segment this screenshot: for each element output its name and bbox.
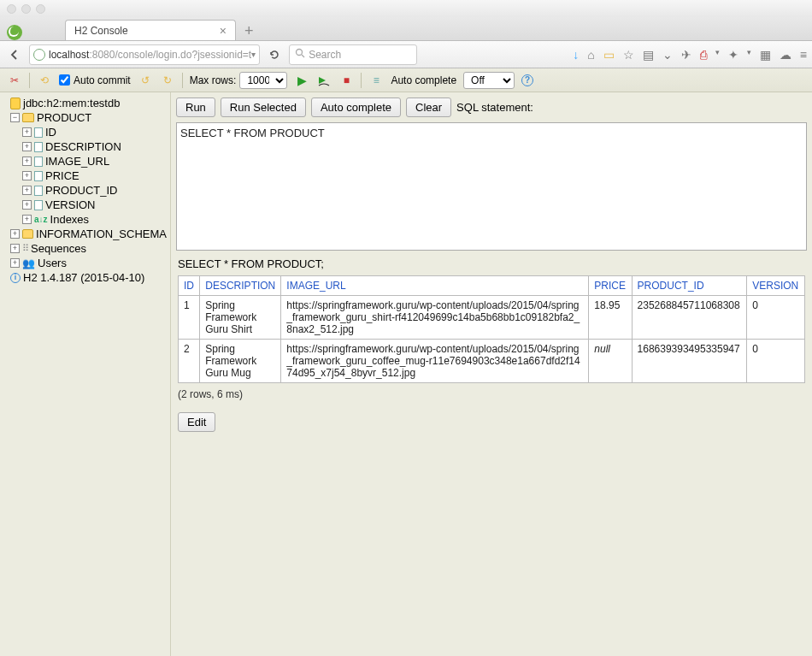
folder-icon[interactable]: ▭	[603, 48, 615, 62]
table-row: 2 Spring Framework Guru Mug https://spri…	[179, 340, 805, 383]
cell-price: null	[589, 340, 632, 383]
bookmark-icon[interactable]: ☆	[623, 48, 634, 62]
traffic-light-max[interactable]	[36, 4, 45, 14]
results-table: ID DESCRIPTION IMAGE_URL PRICE PRODUCT_I…	[178, 275, 805, 383]
column-label: ID	[45, 126, 56, 139]
users-icon: 👥	[22, 257, 35, 269]
disconnect-icon[interactable]: ✂	[7, 73, 22, 88]
downloads-icon[interactable]: ↓	[573, 48, 579, 62]
db-node[interactable]: jdbc:h2:mem:testdb	[3, 96, 167, 110]
run-button[interactable]: Run	[176, 98, 215, 117]
wand-icon[interactable]: ✦	[728, 48, 738, 62]
sql-statement-label: SQL statement:	[456, 101, 533, 114]
expand-icon[interactable]: +	[22, 200, 32, 210]
expand-icon[interactable]: +	[22, 186, 32, 195]
run-selected-icon[interactable]	[316, 73, 332, 88]
maxrows-select[interactable]: 1000	[239, 72, 287, 89]
indexes-node[interactable]: +a↓zIndexes	[3, 212, 167, 227]
expand-icon[interactable]: +	[22, 142, 32, 151]
column-label: DESCRIPTION	[45, 140, 121, 153]
autocomplete-select[interactable]: Off	[463, 72, 515, 89]
help-icon[interactable]: ?	[521, 74, 533, 86]
caret-icon[interactable]: ▾	[715, 48, 720, 62]
db-label: jdbc:h2:mem:testdb	[23, 97, 120, 109]
stop-icon[interactable]: ■	[338, 73, 354, 88]
expand-icon[interactable]: +	[22, 215, 32, 224]
column-label: IMAGE_URL	[45, 155, 109, 168]
cell-img: https://springframework.guru/wp-content/…	[281, 296, 589, 340]
autocommit-checkbox[interactable]	[59, 74, 70, 86]
expand-icon[interactable]: +	[22, 171, 32, 180]
close-tab-icon[interactable]: ×	[194, 24, 227, 38]
refresh-icon[interactable]: ⟲	[37, 73, 52, 88]
sequences-icon: ⠿	[22, 243, 28, 254]
browser-navbar: localhost:8080/console/login.do?jsession…	[0, 41, 812, 68]
column-node[interactable]: +VERSION	[3, 198, 167, 212]
sql-textarea[interactable]	[176, 122, 807, 251]
caret2-icon[interactable]: ▾	[747, 48, 751, 62]
pdf-icon[interactable]: ⎙	[700, 48, 707, 62]
traffic-light-min[interactable]	[21, 4, 31, 14]
history-icon[interactable]: ≡	[368, 73, 384, 88]
expand-icon[interactable]: +	[10, 229, 20, 239]
users-node[interactable]: +👥Users	[3, 256, 167, 270]
cell-img: https://springframework.guru/wp-content/…	[281, 340, 589, 383]
column-node[interactable]: +ID	[3, 125, 167, 139]
info-icon: i	[10, 273, 21, 283]
table-node[interactable]: −PRODUCT	[3, 110, 167, 125]
command-bar: Run Run Selected Auto complete Clear SQL…	[171, 92, 812, 122]
column-icon	[34, 171, 43, 181]
collapse-icon[interactable]: −	[10, 113, 20, 122]
cell-desc: Spring Framework Guru Shirt	[200, 296, 281, 340]
expand-icon[interactable]: +	[22, 157, 32, 166]
list-icon[interactable]: ▤	[643, 48, 654, 62]
info-schema-node[interactable]: +INFORMATION_SCHEMA	[3, 227, 167, 241]
column-node[interactable]: +DESCRIPTION	[3, 139, 167, 154]
browser-tab[interactable]: H2 Console ×	[65, 20, 236, 40]
col-product-id[interactable]: PRODUCT_ID	[632, 276, 747, 296]
reload-button[interactable]	[265, 45, 284, 64]
url-dropdown-icon[interactable]: ▾	[251, 50, 256, 59]
run-icon[interactable]: ▶	[294, 73, 309, 88]
search-box[interactable]: Search	[289, 44, 417, 65]
col-description[interactable]: DESCRIPTION	[200, 276, 281, 296]
sequences-node[interactable]: +⠿Sequences	[3, 241, 167, 256]
send-icon[interactable]: ✈	[681, 48, 691, 62]
expand-icon[interactable]: +	[10, 244, 20, 253]
content-area: Run Run Selected Auto complete Clear SQL…	[171, 92, 812, 656]
traffic-light-close[interactable]	[7, 4, 16, 14]
chat-icon[interactable]: ☁	[780, 48, 791, 62]
column-node[interactable]: +PRICE	[3, 168, 167, 183]
results-header-row: ID DESCRIPTION IMAGE_URL PRICE PRODUCT_I…	[179, 276, 805, 296]
results-panel: SELECT * FROM PRODUCT; ID DESCRIPTION IM…	[171, 251, 812, 439]
col-version[interactable]: VERSION	[747, 276, 805, 296]
column-node[interactable]: +IMAGE_URL	[3, 154, 167, 168]
grid-icon[interactable]: ▦	[760, 48, 771, 62]
home-icon[interactable]: ⌂	[587, 48, 594, 62]
expand-icon[interactable]: +	[22, 127, 32, 137]
menu-icon[interactable]: ≡	[800, 48, 807, 62]
pocket-icon[interactable]: ⌄	[662, 48, 673, 62]
commit-icon[interactable]: ↺	[138, 73, 153, 88]
clear-button[interactable]: Clear	[406, 98, 451, 117]
col-id[interactable]: ID	[179, 276, 200, 296]
search-icon	[295, 48, 305, 61]
cell-price: 18.95	[589, 296, 632, 340]
column-icon	[34, 142, 43, 152]
column-node[interactable]: +PRODUCT_ID	[3, 183, 167, 198]
back-button[interactable]	[5, 45, 24, 64]
cell-ver: 0	[747, 296, 805, 340]
autocomplete-button[interactable]: Auto complete	[311, 98, 401, 117]
new-tab-button[interactable]: +	[236, 22, 262, 40]
run-selected-button[interactable]: Run Selected	[221, 98, 306, 117]
col-image-url[interactable]: IMAGE_URL	[281, 276, 589, 296]
expand-icon[interactable]: +	[10, 258, 20, 268]
edit-button[interactable]: Edit	[178, 412, 215, 432]
sidebar: jdbc:h2:mem:testdb −PRODUCT +ID +DESCRIP…	[0, 92, 171, 656]
col-price[interactable]: PRICE	[589, 276, 632, 296]
url-bar[interactable]: localhost:8080/console/login.do?jsession…	[29, 44, 260, 65]
column-icon	[34, 127, 43, 138]
info-schema-label: INFORMATION_SCHEMA	[36, 228, 167, 240]
rollback-icon[interactable]: ↻	[160, 73, 175, 88]
maxrows-group: Max rows: 1000	[190, 72, 288, 89]
